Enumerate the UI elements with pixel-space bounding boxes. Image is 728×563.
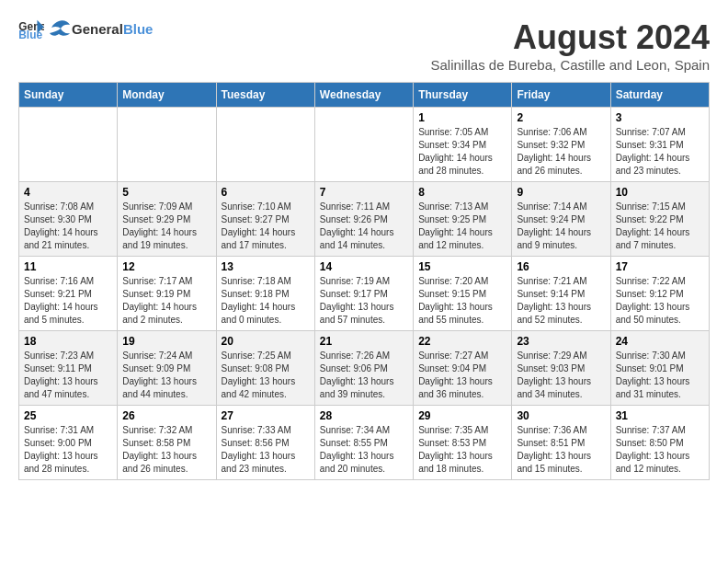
calendar-cell-week5-day5: 30Sunrise: 7:36 AM Sunset: 8:51 PM Dayli… bbox=[512, 406, 610, 480]
day-info: Sunrise: 7:36 AM Sunset: 8:51 PM Dayligh… bbox=[517, 424, 605, 476]
day-info: Sunrise: 7:13 AM Sunset: 9:25 PM Dayligh… bbox=[418, 201, 506, 252]
day-number: 29 bbox=[418, 409, 506, 422]
calendar-cell-week4-day4: 22Sunrise: 7:27 AM Sunset: 9:04 PM Dayli… bbox=[414, 331, 512, 406]
logo-bird-icon bbox=[48, 19, 70, 38]
day-info: Sunrise: 7:34 AM Sunset: 8:55 PM Dayligh… bbox=[320, 424, 408, 476]
day-number: 10 bbox=[616, 186, 704, 199]
day-info: Sunrise: 7:27 AM Sunset: 9:04 PM Dayligh… bbox=[418, 350, 506, 401]
day-number: 17 bbox=[616, 260, 704, 273]
day-number: 31 bbox=[616, 409, 704, 422]
calendar-cell-week3-day3: 14Sunrise: 7:19 AM Sunset: 9:17 PM Dayli… bbox=[314, 257, 413, 331]
day-info: Sunrise: 7:32 AM Sunset: 8:58 PM Dayligh… bbox=[122, 424, 210, 476]
calendar-cell-week1-day1 bbox=[118, 108, 216, 182]
week-row-1: 1Sunrise: 7:05 AM Sunset: 9:34 PM Daylig… bbox=[19, 108, 710, 182]
day-number: 24 bbox=[616, 335, 704, 348]
calendar-cell-week3-day0: 11Sunrise: 7:16 AM Sunset: 9:21 PM Dayli… bbox=[19, 257, 118, 331]
day-info: Sunrise: 7:20 AM Sunset: 9:15 PM Dayligh… bbox=[418, 275, 506, 327]
calendar-cell-week5-day0: 25Sunrise: 7:31 AM Sunset: 9:00 PM Dayli… bbox=[19, 406, 118, 480]
day-info: Sunrise: 7:08 AM Sunset: 9:30 PM Dayligh… bbox=[24, 201, 112, 252]
calendar-cell-week5-day6: 31Sunrise: 7:37 AM Sunset: 8:50 PM Dayli… bbox=[610, 406, 709, 480]
day-number: 20 bbox=[222, 335, 310, 348]
day-number: 14 bbox=[320, 260, 408, 273]
day-info: Sunrise: 7:18 AM Sunset: 9:18 PM Dayligh… bbox=[222, 275, 310, 327]
calendar-cell-week2-day4: 8Sunrise: 7:13 AM Sunset: 9:25 PM Daylig… bbox=[414, 182, 512, 257]
calendar-cell-week3-day1: 12Sunrise: 7:17 AM Sunset: 9:19 PM Dayli… bbox=[118, 257, 216, 331]
week-row-4: 18Sunrise: 7:23 AM Sunset: 9:11 PM Dayli… bbox=[19, 331, 710, 406]
day-info: Sunrise: 7:25 AM Sunset: 9:08 PM Dayligh… bbox=[222, 350, 310, 401]
day-info: Sunrise: 7:35 AM Sunset: 8:53 PM Dayligh… bbox=[418, 424, 506, 476]
day-info: Sunrise: 7:29 AM Sunset: 9:03 PM Dayligh… bbox=[517, 350, 605, 401]
calendar-cell-week2-day0: 4Sunrise: 7:08 AM Sunset: 9:30 PM Daylig… bbox=[19, 182, 118, 257]
day-info: Sunrise: 7:21 AM Sunset: 9:14 PM Dayligh… bbox=[517, 275, 605, 327]
day-number: 7 bbox=[320, 186, 408, 199]
calendar-cell-week4-day2: 20Sunrise: 7:25 AM Sunset: 9:08 PM Dayli… bbox=[216, 331, 314, 406]
calendar-cell-week2-day6: 10Sunrise: 7:15 AM Sunset: 9:22 PM Dayli… bbox=[610, 182, 709, 257]
calendar-cell-week1-day2 bbox=[216, 108, 314, 182]
day-info: Sunrise: 7:10 AM Sunset: 9:27 PM Dayligh… bbox=[222, 201, 310, 252]
day-number: 3 bbox=[616, 111, 704, 124]
day-number: 6 bbox=[222, 186, 310, 199]
day-number: 21 bbox=[320, 335, 408, 348]
weekday-header-friday: Friday bbox=[512, 83, 610, 108]
day-number: 9 bbox=[517, 186, 605, 199]
day-number: 23 bbox=[517, 335, 605, 348]
calendar-cell-week2-day5: 9Sunrise: 7:14 AM Sunset: 9:24 PM Daylig… bbox=[512, 182, 610, 257]
calendar-cell-week3-day5: 16Sunrise: 7:21 AM Sunset: 9:14 PM Dayli… bbox=[512, 257, 610, 331]
day-number: 28 bbox=[320, 409, 408, 422]
calendar-cell-week1-day5: 2Sunrise: 7:06 AM Sunset: 9:32 PM Daylig… bbox=[512, 108, 610, 182]
day-number: 27 bbox=[222, 409, 310, 422]
calendar-cell-week4-day0: 18Sunrise: 7:23 AM Sunset: 9:11 PM Dayli… bbox=[19, 331, 118, 406]
calendar-table: SundayMondayTuesdayWednesdayThursdayFrid… bbox=[18, 82, 710, 480]
weekday-header-row: SundayMondayTuesdayWednesdayThursdayFrid… bbox=[19, 83, 710, 108]
day-info: Sunrise: 7:14 AM Sunset: 9:24 PM Dayligh… bbox=[517, 201, 605, 252]
calendar-title-section: August 2024 Salinillas de Bureba, Castil… bbox=[430, 18, 710, 73]
calendar-cell-week2-day2: 6Sunrise: 7:10 AM Sunset: 9:27 PM Daylig… bbox=[216, 182, 314, 257]
day-number: 5 bbox=[122, 186, 210, 199]
day-number: 11 bbox=[24, 260, 112, 273]
day-info: Sunrise: 7:24 AM Sunset: 9:09 PM Dayligh… bbox=[122, 350, 210, 401]
day-info: Sunrise: 7:26 AM Sunset: 9:06 PM Dayligh… bbox=[320, 350, 408, 401]
day-number: 18 bbox=[24, 335, 112, 348]
calendar-cell-week5-day4: 29Sunrise: 7:35 AM Sunset: 8:53 PM Dayli… bbox=[414, 406, 512, 480]
day-number: 2 bbox=[517, 111, 605, 124]
calendar-cell-week5-day1: 26Sunrise: 7:32 AM Sunset: 8:58 PM Dayli… bbox=[118, 406, 216, 480]
calendar-cell-week2-day3: 7Sunrise: 7:11 AM Sunset: 9:26 PM Daylig… bbox=[314, 182, 413, 257]
weekday-header-monday: Monday bbox=[118, 83, 216, 108]
calendar-cell-week3-day2: 13Sunrise: 7:18 AM Sunset: 9:18 PM Dayli… bbox=[216, 257, 314, 331]
day-number: 25 bbox=[24, 409, 112, 422]
day-number: 4 bbox=[24, 186, 112, 199]
day-info: Sunrise: 7:30 AM Sunset: 9:01 PM Dayligh… bbox=[616, 350, 704, 401]
day-info: Sunrise: 7:05 AM Sunset: 9:34 PM Dayligh… bbox=[418, 126, 506, 178]
weekday-header-wednesday: Wednesday bbox=[314, 83, 413, 108]
calendar-cell-week4-day6: 24Sunrise: 7:30 AM Sunset: 9:01 PM Dayli… bbox=[610, 331, 709, 406]
day-info: Sunrise: 7:17 AM Sunset: 9:19 PM Dayligh… bbox=[122, 275, 210, 327]
weekday-header-saturday: Saturday bbox=[610, 83, 709, 108]
day-info: Sunrise: 7:33 AM Sunset: 8:56 PM Dayligh… bbox=[222, 424, 310, 476]
day-number: 22 bbox=[418, 335, 506, 348]
day-number: 30 bbox=[517, 409, 605, 422]
day-number: 16 bbox=[517, 260, 605, 273]
calendar-cell-week3-day4: 15Sunrise: 7:20 AM Sunset: 9:15 PM Dayli… bbox=[414, 257, 512, 331]
day-number: 13 bbox=[222, 260, 310, 273]
day-info: Sunrise: 7:37 AM Sunset: 8:50 PM Dayligh… bbox=[616, 424, 704, 476]
logo-text: GeneralBlue bbox=[72, 21, 153, 37]
calendar-title: August 2024 bbox=[430, 18, 710, 57]
logo: General Blue GeneralBlue bbox=[18, 18, 153, 39]
week-row-2: 4Sunrise: 7:08 AM Sunset: 9:30 PM Daylig… bbox=[19, 182, 710, 257]
day-info: Sunrise: 7:22 AM Sunset: 9:12 PM Dayligh… bbox=[616, 275, 704, 327]
calendar-subtitle: Salinillas de Bureba, Castille and Leon,… bbox=[430, 57, 710, 73]
weekday-header-tuesday: Tuesday bbox=[216, 83, 314, 108]
page-header: General Blue GeneralBlue August 2024 Sal… bbox=[18, 18, 710, 73]
calendar-cell-week1-day0 bbox=[19, 108, 118, 182]
day-number: 19 bbox=[122, 335, 210, 348]
weekday-header-sunday: Sunday bbox=[19, 83, 118, 108]
day-info: Sunrise: 7:31 AM Sunset: 9:00 PM Dayligh… bbox=[24, 424, 112, 476]
day-info: Sunrise: 7:09 AM Sunset: 9:29 PM Dayligh… bbox=[122, 201, 210, 252]
day-info: Sunrise: 7:11 AM Sunset: 9:26 PM Dayligh… bbox=[320, 201, 408, 252]
calendar-cell-week1-day4: 1Sunrise: 7:05 AM Sunset: 9:34 PM Daylig… bbox=[414, 108, 512, 182]
calendar-cell-week4-day1: 19Sunrise: 7:24 AM Sunset: 9:09 PM Dayli… bbox=[118, 331, 216, 406]
calendar-cell-week3-day6: 17Sunrise: 7:22 AM Sunset: 9:12 PM Dayli… bbox=[610, 257, 709, 331]
day-number: 26 bbox=[122, 409, 210, 422]
calendar-cell-week2-day1: 5Sunrise: 7:09 AM Sunset: 9:29 PM Daylig… bbox=[118, 182, 216, 257]
calendar-cell-week5-day3: 28Sunrise: 7:34 AM Sunset: 8:55 PM Dayli… bbox=[314, 406, 413, 480]
